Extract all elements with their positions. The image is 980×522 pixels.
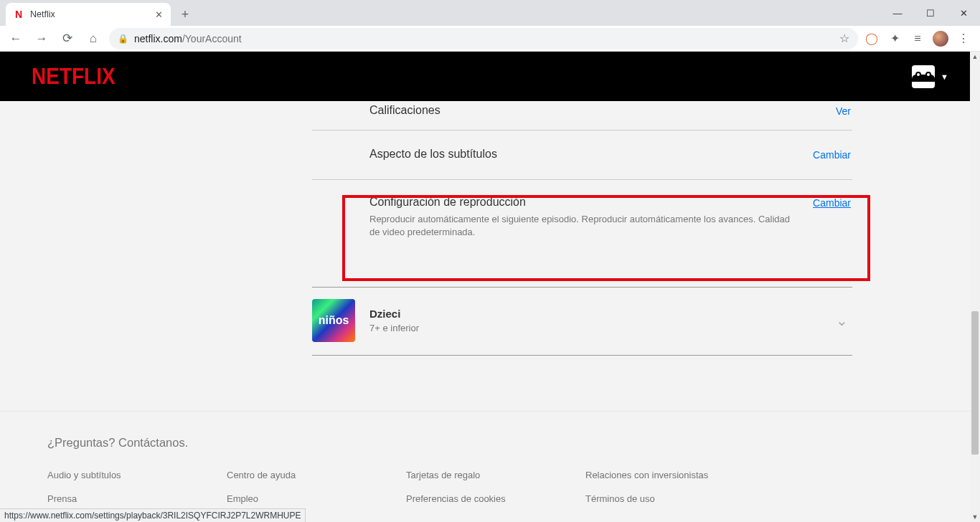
footer-link-investor[interactable]: Relaciones con inversionistas <box>585 470 765 480</box>
maximize-button[interactable]: ☐ <box>914 0 947 26</box>
profile-avatar-icon[interactable] <box>933 31 948 47</box>
profile-image-icon <box>912 65 935 88</box>
setting-row-ratings: Calificaciones Ver <box>312 101 852 130</box>
setting-title: Aspecto de los subtítulos <box>369 148 813 161</box>
home-button[interactable]: ⌂ <box>83 29 103 49</box>
url-path: /YourAccount <box>182 33 242 44</box>
netflix-favicon-icon: N <box>13 9 24 20</box>
close-window-button[interactable]: ✕ <box>947 0 980 26</box>
chevron-down-icon: ⌄ <box>836 312 852 329</box>
scroll-up-arrow-icon[interactable]: ▲ <box>970 52 980 62</box>
netflix-logo[interactable]: NETFLIX <box>32 64 116 89</box>
vertical-scrollbar[interactable]: ▲ ▼ <box>970 52 980 522</box>
reading-list-icon[interactable]: ≡ <box>910 31 925 47</box>
footer-link-terms[interactable]: Términos de uso <box>585 493 765 504</box>
scroll-thumb[interactable] <box>971 311 979 455</box>
close-tab-icon[interactable]: ✕ <box>154 9 164 19</box>
url-domain: netflix.com <box>134 33 182 44</box>
profile-row-kids[interactable]: niños Dzieci 7+ e inferior ⌄ <box>312 287 852 356</box>
page-viewport: NETFLIX ▼ Calificaciones Ver Aspecto de … <box>0 52 980 522</box>
active-tab[interactable]: N Netflix ✕ <box>6 3 171 26</box>
extension-badger-icon[interactable]: ◯ <box>864 31 880 47</box>
minimize-button[interactable]: ― <box>881 0 914 26</box>
menu-kebab-icon[interactable]: ⋮ <box>956 31 971 47</box>
setting-row-playback: Configuración de reproducción Reproducir… <box>312 179 852 260</box>
lock-icon: 🔒 <box>118 34 128 44</box>
caret-down-icon: ▼ <box>941 72 948 81</box>
reload-button[interactable]: ⟳ <box>57 29 77 49</box>
new-tab-button[interactable]: + <box>175 4 195 24</box>
kids-avatar-icon: niños <box>312 299 355 342</box>
setting-description: Reproducir automáticamente el siguiente … <box>369 213 800 239</box>
profile-name: Dzieci <box>369 308 419 320</box>
link-status-bar: https://www.netflix.com/settings/playbac… <box>0 508 306 522</box>
bookmark-star-icon[interactable]: ☆ <box>839 32 849 45</box>
forward-button[interactable]: → <box>32 29 52 49</box>
footer-link-press[interactable]: Prensa <box>47 493 227 504</box>
playback-change-link[interactable]: Cambiar <box>813 197 852 209</box>
profile-menu-button[interactable]: ▼ <box>912 65 948 88</box>
scroll-down-arrow-icon[interactable]: ▼ <box>970 512 980 522</box>
footer-link-jobs[interactable]: Empleo <box>227 493 406 504</box>
settings-column: Calificaciones Ver Aspecto de los subtít… <box>312 101 852 260</box>
extension-icons: ◯ ✦ ≡ ⋮ <box>864 31 974 47</box>
page-footer: ¿Preguntas? Contáctanos. Audio y subtítu… <box>0 411 970 504</box>
subtitles-change-link[interactable]: Cambiar <box>813 149 852 161</box>
footer-contact-text[interactable]: ¿Preguntas? Contáctanos. <box>47 436 923 450</box>
setting-title: Calificaciones <box>369 104 836 117</box>
ratings-view-link[interactable]: Ver <box>836 105 852 117</box>
back-button[interactable]: ← <box>6 29 26 49</box>
browser-tabbar: N Netflix ✕ + ― ☐ ✕ <box>0 0 980 26</box>
setting-title: Configuración de reproducción <box>369 196 813 209</box>
account-page-body: Calificaciones Ver Aspecto de los subtít… <box>0 101 970 522</box>
footer-link-audio[interactable]: Audio y subtítulos <box>47 470 227 480</box>
tab-title: Netflix <box>30 9 55 19</box>
footer-link-gift[interactable]: Tarjetas de regalo <box>406 470 585 480</box>
footer-link-cookies[interactable]: Preferencias de cookies <box>406 493 585 504</box>
window-controls: ― ☐ ✕ <box>881 0 980 26</box>
extensions-puzzle-icon[interactable]: ✦ <box>887 31 903 47</box>
browser-toolbar: ← → ⟳ ⌂ 🔒 netflix.com/YourAccount ☆ ◯ ✦ … <box>0 26 980 52</box>
setting-row-subtitles: Aspecto de los subtítulos Cambiar <box>312 130 852 179</box>
footer-link-help[interactable]: Centro de ayuda <box>227 470 406 480</box>
address-bar[interactable]: 🔒 netflix.com/YourAccount ☆ <box>109 28 858 49</box>
profile-maturity: 7+ e inferior <box>369 323 419 333</box>
netflix-header: NETFLIX ▼ <box>0 52 980 101</box>
